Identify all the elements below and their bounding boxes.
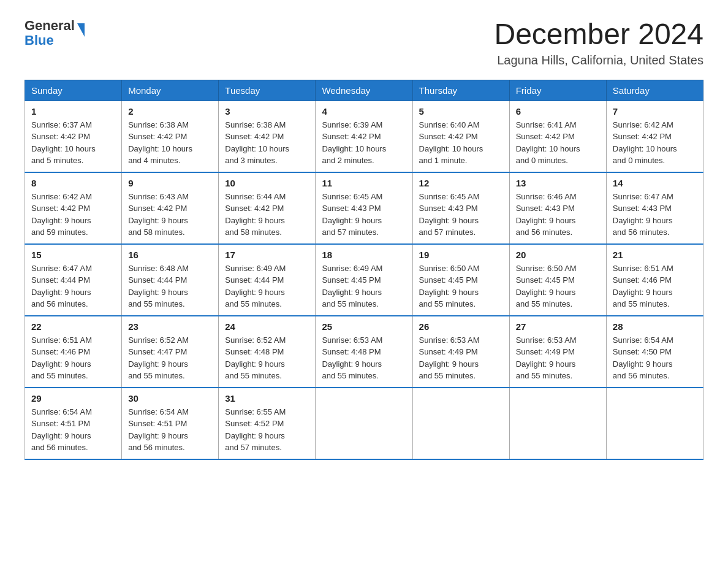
day-info: Sunrise: 6:45 AM Sunset: 4:43 PM Dayligh…	[419, 191, 503, 239]
day-cell: 9 Sunrise: 6:43 AM Sunset: 4:42 PM Dayli…	[122, 172, 219, 244]
day-cell: 28 Sunrise: 6:54 AM Sunset: 4:50 PM Dayl…	[606, 316, 703, 388]
day-number: 19	[419, 250, 503, 260]
day-info: Sunrise: 6:47 AM Sunset: 4:43 PM Dayligh…	[613, 191, 697, 239]
header-cell-wednesday: Wednesday	[316, 80, 412, 101]
header-cell-thursday: Thursday	[412, 80, 509, 101]
week-row-5: 29 Sunrise: 6:54 AM Sunset: 4:51 PM Dayl…	[25, 388, 703, 459]
day-number: 8	[31, 178, 115, 188]
day-info: Sunrise: 6:50 AM Sunset: 4:45 PM Dayligh…	[419, 262, 503, 310]
day-cell	[412, 388, 509, 459]
day-info: Sunrise: 6:54 AM Sunset: 4:51 PM Dayligh…	[128, 406, 212, 454]
day-cell: 25 Sunrise: 6:53 AM Sunset: 4:48 PM Dayl…	[316, 316, 412, 388]
day-cell: 16 Sunrise: 6:48 AM Sunset: 4:44 PM Dayl…	[122, 244, 219, 316]
day-info: Sunrise: 6:48 AM Sunset: 4:44 PM Dayligh…	[128, 262, 212, 310]
day-cell: 8 Sunrise: 6:42 AM Sunset: 4:42 PM Dayli…	[25, 172, 122, 244]
day-info: Sunrise: 6:41 AM Sunset: 4:42 PM Dayligh…	[516, 119, 600, 167]
day-cell: 24 Sunrise: 6:52 AM Sunset: 4:48 PM Dayl…	[219, 316, 316, 388]
header-cell-tuesday: Tuesday	[219, 80, 316, 101]
day-number: 15	[31, 250, 115, 260]
day-number: 10	[225, 178, 309, 188]
day-number: 1	[31, 106, 115, 117]
day-cell	[606, 388, 703, 459]
day-number: 20	[516, 250, 600, 260]
calendar-header: SundayMondayTuesdayWednesdayThursdayFrid…	[25, 80, 703, 101]
location-title: Laguna Hills, California, United States	[494, 53, 703, 67]
header-cell-friday: Friday	[509, 80, 606, 101]
day-info: Sunrise: 6:38 AM Sunset: 4:42 PM Dayligh…	[128, 119, 212, 167]
day-info: Sunrise: 6:40 AM Sunset: 4:42 PM Dayligh…	[419, 119, 503, 167]
day-number: 24	[225, 321, 309, 332]
day-info: Sunrise: 6:49 AM Sunset: 4:44 PM Dayligh…	[225, 262, 309, 310]
day-info: Sunrise: 6:43 AM Sunset: 4:42 PM Dayligh…	[128, 191, 212, 239]
day-number: 28	[613, 321, 697, 332]
header-cell-monday: Monday	[122, 80, 219, 101]
day-number: 26	[419, 321, 503, 332]
day-info: Sunrise: 6:51 AM Sunset: 4:46 PM Dayligh…	[31, 334, 115, 382]
week-row-3: 15 Sunrise: 6:47 AM Sunset: 4:44 PM Dayl…	[25, 244, 703, 316]
logo-triangle-icon	[77, 23, 85, 37]
day-number: 23	[128, 321, 212, 332]
day-info: Sunrise: 6:37 AM Sunset: 4:42 PM Dayligh…	[31, 119, 115, 167]
day-cell: 1 Sunrise: 6:37 AM Sunset: 4:42 PM Dayli…	[25, 101, 122, 172]
logo-text: General Blue	[25, 18, 75, 48]
day-cell: 5 Sunrise: 6:40 AM Sunset: 4:42 PM Dayli…	[412, 101, 509, 172]
day-cell: 10 Sunrise: 6:44 AM Sunset: 4:42 PM Dayl…	[219, 172, 316, 244]
day-info: Sunrise: 6:38 AM Sunset: 4:42 PM Dayligh…	[225, 119, 309, 167]
day-cell: 19 Sunrise: 6:50 AM Sunset: 4:45 PM Dayl…	[412, 244, 509, 316]
day-cell: 29 Sunrise: 6:54 AM Sunset: 4:51 PM Dayl…	[25, 388, 122, 459]
day-number: 16	[128, 250, 212, 260]
week-row-2: 8 Sunrise: 6:42 AM Sunset: 4:42 PM Dayli…	[25, 172, 703, 244]
day-info: Sunrise: 6:54 AM Sunset: 4:51 PM Dayligh…	[31, 406, 115, 454]
day-number: 21	[613, 250, 697, 260]
day-cell	[316, 388, 412, 459]
day-info: Sunrise: 6:52 AM Sunset: 4:48 PM Dayligh…	[225, 334, 309, 382]
logo: General Blue	[25, 18, 85, 48]
header-cell-saturday: Saturday	[606, 80, 703, 101]
day-cell: 18 Sunrise: 6:49 AM Sunset: 4:45 PM Dayl…	[316, 244, 412, 316]
day-info: Sunrise: 6:39 AM Sunset: 4:42 PM Dayligh…	[322, 119, 406, 167]
day-number: 25	[322, 321, 406, 332]
logo-line2: Blue	[25, 33, 75, 48]
day-info: Sunrise: 6:42 AM Sunset: 4:42 PM Dayligh…	[613, 119, 697, 167]
day-info: Sunrise: 6:46 AM Sunset: 4:43 PM Dayligh…	[516, 191, 600, 239]
day-number: 29	[31, 393, 115, 404]
day-number: 22	[31, 321, 115, 332]
week-row-1: 1 Sunrise: 6:37 AM Sunset: 4:42 PM Dayli…	[25, 101, 703, 172]
day-number: 12	[419, 178, 503, 188]
day-cell: 23 Sunrise: 6:52 AM Sunset: 4:47 PM Dayl…	[122, 316, 219, 388]
day-cell	[509, 388, 606, 459]
day-info: Sunrise: 6:52 AM Sunset: 4:47 PM Dayligh…	[128, 334, 212, 382]
day-info: Sunrise: 6:53 AM Sunset: 4:49 PM Dayligh…	[419, 334, 503, 382]
page-header: General Blue December 2024 Laguna Hills,…	[25, 18, 703, 67]
day-cell: 13 Sunrise: 6:46 AM Sunset: 4:43 PM Dayl…	[509, 172, 606, 244]
day-cell: 20 Sunrise: 6:50 AM Sunset: 4:45 PM Dayl…	[509, 244, 606, 316]
day-info: Sunrise: 6:55 AM Sunset: 4:52 PM Dayligh…	[225, 406, 309, 454]
day-cell: 22 Sunrise: 6:51 AM Sunset: 4:46 PM Dayl…	[25, 316, 122, 388]
day-cell: 17 Sunrise: 6:49 AM Sunset: 4:44 PM Dayl…	[219, 244, 316, 316]
day-cell: 31 Sunrise: 6:55 AM Sunset: 4:52 PM Dayl…	[219, 388, 316, 459]
header-row: SundayMondayTuesdayWednesdayThursdayFrid…	[25, 80, 703, 101]
day-info: Sunrise: 6:47 AM Sunset: 4:44 PM Dayligh…	[31, 262, 115, 310]
day-number: 9	[128, 178, 212, 188]
day-cell: 15 Sunrise: 6:47 AM Sunset: 4:44 PM Dayl…	[25, 244, 122, 316]
day-number: 6	[516, 106, 600, 117]
day-cell: 11 Sunrise: 6:45 AM Sunset: 4:43 PM Dayl…	[316, 172, 412, 244]
day-number: 11	[322, 178, 406, 188]
day-number: 31	[225, 393, 309, 404]
calendar-body: 1 Sunrise: 6:37 AM Sunset: 4:42 PM Dayli…	[25, 101, 703, 459]
day-number: 27	[516, 321, 600, 332]
day-cell: 26 Sunrise: 6:53 AM Sunset: 4:49 PM Dayl…	[412, 316, 509, 388]
day-cell: 30 Sunrise: 6:54 AM Sunset: 4:51 PM Dayl…	[122, 388, 219, 459]
day-cell: 6 Sunrise: 6:41 AM Sunset: 4:42 PM Dayli…	[509, 101, 606, 172]
day-number: 7	[613, 106, 697, 117]
day-info: Sunrise: 6:42 AM Sunset: 4:42 PM Dayligh…	[31, 191, 115, 239]
day-cell: 12 Sunrise: 6:45 AM Sunset: 4:43 PM Dayl…	[412, 172, 509, 244]
day-cell: 3 Sunrise: 6:38 AM Sunset: 4:42 PM Dayli…	[219, 101, 316, 172]
day-number: 14	[613, 178, 697, 188]
day-info: Sunrise: 6:54 AM Sunset: 4:50 PM Dayligh…	[613, 334, 697, 382]
day-cell: 7 Sunrise: 6:42 AM Sunset: 4:42 PM Dayli…	[606, 101, 703, 172]
day-info: Sunrise: 6:44 AM Sunset: 4:42 PM Dayligh…	[225, 191, 309, 239]
day-cell: 14 Sunrise: 6:47 AM Sunset: 4:43 PM Dayl…	[606, 172, 703, 244]
day-number: 3	[225, 106, 309, 117]
day-info: Sunrise: 6:53 AM Sunset: 4:49 PM Dayligh…	[516, 334, 600, 382]
